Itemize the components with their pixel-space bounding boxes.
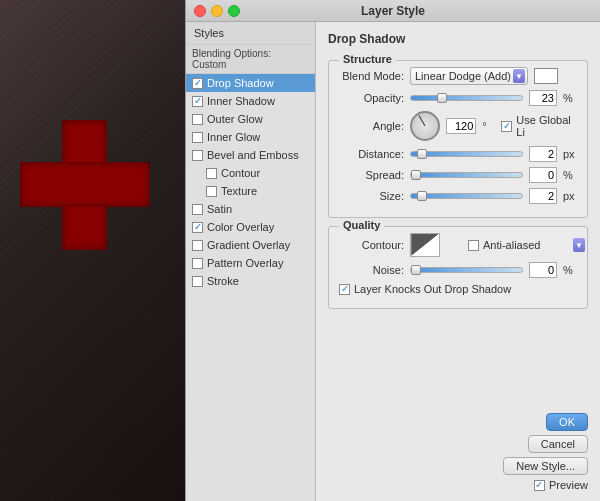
distance-unit: px xyxy=(563,148,577,160)
sidebar-item-contour[interactable]: Contour xyxy=(186,164,315,182)
distance-label: Distance: xyxy=(339,148,404,160)
size-slider[interactable] xyxy=(410,193,523,199)
quality-section: Quality Contour: ▼ Anti-aliased xyxy=(328,226,588,309)
angle-unit: ° xyxy=(482,120,495,132)
maximize-button[interactable] xyxy=(228,5,240,17)
layer-style-dialog: Layer Style Styles Blending Options: Cus… xyxy=(185,0,600,501)
blend-mode-color-swatch[interactable] xyxy=(534,68,558,84)
layer-knocks-row: Layer Knocks Out Drop Shadow xyxy=(339,283,577,295)
preview-checkbox[interactable] xyxy=(534,480,545,491)
distance-thumb[interactable] xyxy=(417,149,427,159)
distance-input[interactable]: 2 xyxy=(529,146,557,162)
sidebar-item-blending-options[interactable]: Blending Options: Custom xyxy=(186,45,315,74)
contour-arrow[interactable]: ▼ xyxy=(573,238,585,252)
anti-aliased-checkbox[interactable] xyxy=(468,240,479,251)
gradient-overlay-checkbox[interactable] xyxy=(192,240,203,251)
contour-label: Contour: xyxy=(339,239,404,251)
opacity-row: Opacity: 23 % xyxy=(339,90,577,106)
sidebar-item-outer-glow[interactable]: Outer Glow xyxy=(186,110,315,128)
canvas-area xyxy=(0,0,185,501)
dialog-body: Styles Blending Options: Custom Drop Sha… xyxy=(186,22,600,501)
size-input[interactable]: 2 xyxy=(529,188,557,204)
spread-unit: % xyxy=(563,169,577,181)
styles-panel: Styles Blending Options: Custom Drop Sha… xyxy=(186,22,316,501)
styles-list: Blending Options: Custom Drop Shadow Inn… xyxy=(186,45,315,501)
opacity-label: Opacity: xyxy=(339,92,404,104)
noise-slider[interactable] xyxy=(410,267,523,273)
sidebar-item-drop-shadow[interactable]: Drop Shadow xyxy=(186,74,315,92)
right-panel: Drop Shadow Structure Blend Mode: Linear… xyxy=(316,22,600,501)
anti-aliased-label[interactable]: Anti-aliased xyxy=(468,239,540,251)
contour-preview[interactable] xyxy=(410,233,440,257)
angle-line xyxy=(419,115,426,126)
opacity-input[interactable]: 23 xyxy=(529,90,557,106)
dialog-title: Layer Style xyxy=(361,4,425,18)
sidebar-item-bevel-emboss[interactable]: Bevel and Emboss xyxy=(186,146,315,164)
sidebar-item-pattern-overlay[interactable]: Pattern Overlay xyxy=(186,254,315,272)
layer-knocks-label[interactable]: Layer Knocks Out Drop Shadow xyxy=(339,283,511,295)
contour-checkbox[interactable] xyxy=(206,168,217,179)
texture-checkbox[interactable] xyxy=(206,186,217,197)
distance-slider[interactable] xyxy=(410,151,523,157)
sidebar-item-inner-shadow[interactable]: Inner Shadow xyxy=(186,92,315,110)
sidebar-item-satin[interactable]: Satin xyxy=(186,200,315,218)
spread-input[interactable]: 0 xyxy=(529,167,557,183)
close-button[interactable] xyxy=(194,5,206,17)
angle-dial[interactable] xyxy=(410,111,440,141)
use-global-label[interactable]: Use Global Li xyxy=(501,114,577,138)
spread-slider[interactable] xyxy=(410,172,523,178)
spread-thumb[interactable] xyxy=(411,170,421,180)
sidebar-item-gradient-overlay[interactable]: Gradient Overlay xyxy=(186,236,315,254)
size-row: Size: 2 px xyxy=(339,188,577,204)
noise-row: Noise: 0 % xyxy=(339,262,577,278)
stroke-checkbox[interactable] xyxy=(192,276,203,287)
window-controls xyxy=(194,5,240,17)
structure-title: Structure xyxy=(339,53,396,65)
preview-label[interactable]: Preview xyxy=(534,479,588,491)
inner-shadow-checkbox[interactable] xyxy=(192,96,203,107)
spread-row: Spread: 0 % xyxy=(339,167,577,183)
use-global-checkbox[interactable] xyxy=(501,121,512,132)
satin-checkbox[interactable] xyxy=(192,204,203,215)
angle-input[interactable]: 120 xyxy=(446,118,476,134)
angle-label: Angle: xyxy=(339,120,404,132)
cancel-button[interactable]: Cancel xyxy=(528,435,588,453)
opacity-unit: % xyxy=(563,92,577,104)
blend-mode-label: Blend Mode: xyxy=(339,70,404,82)
blend-mode-row: Blend Mode: Linear Dodge (Add) ▼ xyxy=(339,67,577,85)
color-overlay-checkbox[interactable] xyxy=(192,222,203,233)
title-bar: Layer Style xyxy=(186,0,600,22)
size-unit: px xyxy=(563,190,577,202)
noise-input[interactable]: 0 xyxy=(529,262,557,278)
bevel-emboss-checkbox[interactable] xyxy=(192,150,203,161)
noise-thumb[interactable] xyxy=(411,265,421,275)
layer-knocks-checkbox[interactable] xyxy=(339,284,350,295)
size-label: Size: xyxy=(339,190,404,202)
new-style-button[interactable]: New Style... xyxy=(503,457,588,475)
quality-title: Quality xyxy=(339,219,384,231)
opacity-thumb[interactable] xyxy=(437,93,447,103)
blend-mode-arrow: ▼ xyxy=(513,69,525,83)
pattern-overlay-checkbox[interactable] xyxy=(192,258,203,269)
sidebar-item-stroke[interactable]: Stroke xyxy=(186,272,315,290)
outer-glow-checkbox[interactable] xyxy=(192,114,203,125)
sidebar-item-texture[interactable]: Texture xyxy=(186,182,315,200)
sidebar-item-inner-glow[interactable]: Inner Glow xyxy=(186,128,315,146)
size-thumb[interactable] xyxy=(417,191,427,201)
opacity-slider[interactable] xyxy=(410,95,523,101)
sidebar-item-color-overlay[interactable]: Color Overlay xyxy=(186,218,315,236)
ok-button[interactable]: OK xyxy=(546,413,588,431)
minimize-button[interactable] xyxy=(211,5,223,17)
angle-row: Angle: 120 ° Use Global Li xyxy=(339,111,577,141)
styles-header: Styles xyxy=(186,22,315,45)
drop-shadow-title: Drop Shadow xyxy=(328,32,588,46)
inner-glow-checkbox[interactable] xyxy=(192,132,203,143)
contour-row: Contour: ▼ Anti-aliased xyxy=(339,233,577,257)
drop-shadow-checkbox[interactable] xyxy=(192,78,203,89)
structure-section: Structure Blend Mode: Linear Dodge (Add)… xyxy=(328,60,588,218)
spread-label: Spread: xyxy=(339,169,404,181)
noise-unit: % xyxy=(563,264,577,276)
noise-label: Noise: xyxy=(339,264,404,276)
distance-row: Distance: 2 px xyxy=(339,146,577,162)
blend-mode-select[interactable]: Linear Dodge (Add) ▼ xyxy=(410,67,528,85)
